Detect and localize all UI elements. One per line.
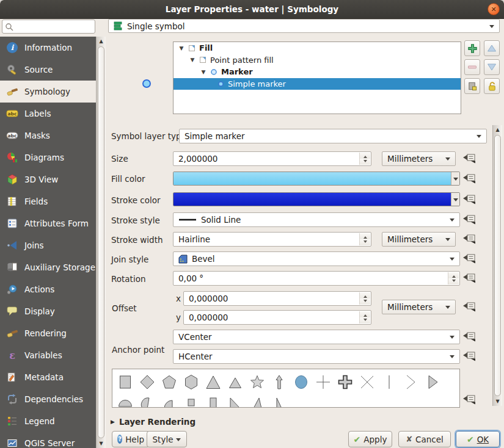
sidebar-item-auxiliary-storage[interactable]: Auxiliary Storage (0, 256, 96, 278)
stroke-width-data-defined-button[interactable] (462, 233, 477, 245)
shape-cross-fill[interactable] (335, 373, 356, 391)
anchor-vertical-combo[interactable]: VCenter (173, 330, 460, 344)
shape-quarter-circle[interactable] (159, 394, 180, 408)
stroke-color-button[interactable] (173, 192, 460, 206)
stroke-width-spinbox[interactable]: Hairline (173, 232, 371, 247)
offset-data-defined-button[interactable] (462, 301, 477, 313)
tree-row-point-pattern-fill[interactable]: ▼ Point pattern fill (173, 54, 461, 67)
duplicate-symbol-layer-button[interactable] (464, 78, 480, 94)
shape-left-half-triangle[interactable] (269, 394, 290, 408)
offset-x-spinbox[interactable]: 0,000000 (183, 291, 371, 306)
remove-symbol-layer-button[interactable] (464, 59, 480, 75)
renderer-combo[interactable]: Single symbol (108, 19, 500, 33)
move-up-button[interactable] (484, 40, 500, 56)
expand-icon[interactable]: ▼ (178, 45, 184, 51)
shape-cross[interactable] (313, 373, 334, 391)
sidebar-scrollbar[interactable]: ▲ ▼ (96, 37, 106, 448)
shape-hexagon[interactable] (181, 373, 202, 391)
shape-equilateral-triangle[interactable] (225, 373, 246, 391)
size-data-defined-button[interactable] (462, 153, 477, 165)
shape-star[interactable] (247, 373, 268, 391)
shape-semi-circle[interactable] (115, 394, 136, 408)
style-button[interactable]: Style (147, 431, 187, 447)
spin-up-icon[interactable] (360, 153, 370, 159)
expand-icon[interactable]: ▼ (189, 57, 195, 63)
spin-up-icon[interactable] (360, 292, 370, 298)
sidebar-item-3d-view[interactable]: 3D View (0, 168, 96, 190)
shape-right-half-triangle[interactable] (247, 394, 268, 408)
spin-down-icon[interactable] (360, 159, 370, 165)
join-style-data-defined-button[interactable] (462, 253, 477, 265)
sidebar-item-source[interactable]: Source (0, 59, 96, 81)
shape-triangle[interactable] (203, 373, 224, 391)
close-icon[interactable]: ✕ (488, 3, 500, 15)
shape-half-square[interactable] (203, 394, 224, 408)
stroke-width-unit-combo[interactable]: Millimeters (382, 232, 456, 247)
sidebar-item-diagrams[interactable]: Diagrams (0, 146, 96, 168)
shape-diamond[interactable] (137, 373, 158, 391)
shape-cross2[interactable] (357, 373, 378, 391)
scroll-up-icon[interactable]: ▲ (493, 127, 502, 132)
spin-up-icon[interactable] (448, 272, 459, 278)
sidebar-item-fields[interactable]: Fields (0, 190, 96, 212)
search-box[interactable] (2, 20, 95, 34)
shape-filled-arrowhead[interactable] (423, 373, 444, 391)
fill-color-dropdown[interactable] (451, 172, 459, 185)
layer-rendering-toggle[interactable]: ▶ Layer Rendering (111, 417, 195, 427)
fill-color-data-defined-button[interactable] (462, 173, 477, 185)
expand-icon[interactable]: ▼ (200, 69, 206, 75)
stroke-color-dropdown[interactable] (451, 193, 459, 206)
lock-colors-button[interactable] (484, 78, 500, 94)
move-down-button[interactable] (484, 59, 500, 75)
shape-data-defined-button[interactable] (462, 394, 477, 406)
sidebar-item-symbology[interactable]: Symbology (0, 81, 96, 103)
scrollbar-thumb[interactable] (494, 135, 501, 396)
size-spinbox[interactable]: 2,000000 (173, 151, 371, 166)
spin-up-icon[interactable] (360, 233, 370, 239)
properties-scrollbar[interactable]: ▲ ▼ (492, 125, 502, 406)
shape-arrowhead[interactable] (401, 373, 422, 391)
shape-circle-selected[interactable] (291, 373, 312, 391)
anchor-horizontal-combo[interactable]: HCenter (173, 349, 460, 364)
tree-row-fill[interactable]: ▼ Fill (173, 42, 461, 54)
tree-row-marker[interactable]: ▼ Marker (173, 66, 461, 78)
scroll-down-icon[interactable]: ▼ (97, 441, 106, 446)
stroke-color-data-defined-button[interactable] (462, 193, 477, 206)
anchor-vertical-data-defined-button[interactable] (462, 331, 477, 343)
sidebar-item-rendering[interactable]: Rendering (0, 322, 96, 344)
scrollbar-thumb[interactable] (98, 46, 104, 438)
sidebar-item-dependencies[interactable]: Dependencies (0, 388, 96, 410)
help-button[interactable]: ? Help (112, 431, 150, 447)
scroll-up-icon[interactable]: ▲ (97, 38, 106, 44)
spin-down-icon[interactable] (448, 278, 459, 284)
shape-arrow[interactable] (269, 373, 290, 391)
sidebar-item-qgis-server[interactable]: QGIS Server (0, 432, 96, 448)
stroke-style-data-defined-button[interactable] (462, 214, 477, 226)
sidebar-item-variables[interactable]: ε Variables (0, 344, 96, 366)
symbol-layer-type-combo[interactable]: Simple marker (179, 129, 487, 143)
rotation-data-defined-button[interactable] (462, 272, 477, 284)
spin-up-icon[interactable] (360, 311, 370, 317)
add-symbol-layer-button[interactable] (464, 40, 480, 56)
sidebar-item-information[interactable]: i Information (0, 37, 96, 59)
title-bar[interactable]: Layer Properties - water | Symbology ✕ (0, 0, 504, 19)
anchor-horizontal-data-defined-button[interactable] (462, 350, 477, 363)
join-style-combo[interactable]: Bevel (173, 251, 460, 266)
shape-square[interactable] (115, 373, 136, 391)
offset-unit-combo[interactable]: Millimeters (382, 300, 456, 314)
scroll-down-icon[interactable]: ▼ (493, 399, 502, 404)
sidebar-item-joins[interactable]: Joins (0, 234, 96, 256)
fill-color-button[interactable] (173, 172, 460, 186)
search-input[interactable] (16, 21, 95, 32)
sidebar-item-labels[interactable]: abc Labels (0, 103, 96, 125)
apply-button[interactable]: ✔ Apply (348, 431, 392, 447)
shape-line[interactable] (379, 373, 400, 391)
shape-diagonal-half-square[interactable] (225, 394, 246, 408)
spin-down-icon[interactable] (360, 239, 370, 245)
offset-y-spinbox[interactable]: 0,000000 (183, 310, 371, 325)
shape-third-circle[interactable] (137, 394, 158, 408)
spin-down-icon[interactable] (360, 317, 370, 323)
size-unit-combo[interactable]: Millimeters (382, 151, 456, 166)
stroke-style-combo[interactable]: Solid Line (173, 212, 460, 227)
sidebar-item-metadata[interactable]: Metadata (0, 366, 96, 388)
